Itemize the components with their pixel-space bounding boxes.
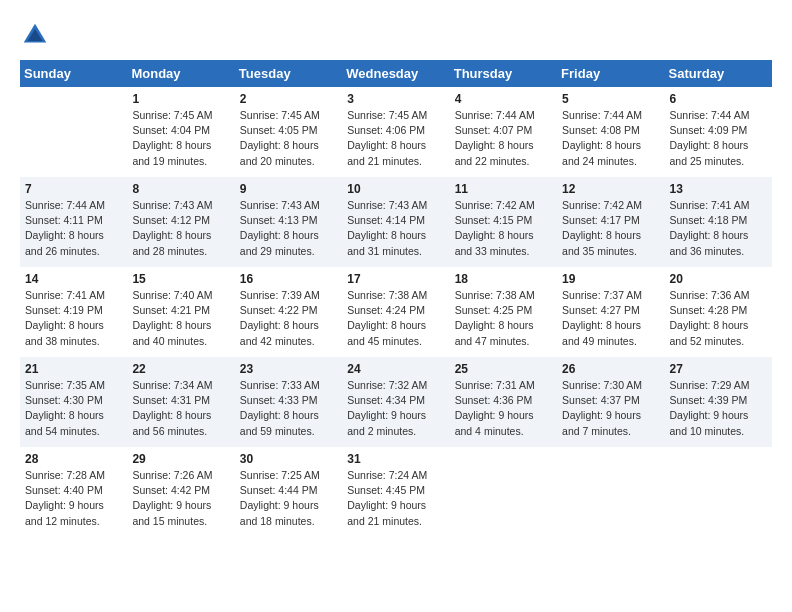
- day-number: 15: [132, 272, 229, 286]
- header-thursday: Thursday: [450, 60, 557, 87]
- day-number: 22: [132, 362, 229, 376]
- header-monday: Monday: [127, 60, 234, 87]
- day-detail: Sunrise: 7:25 AM Sunset: 4:44 PM Dayligh…: [240, 468, 337, 529]
- day-number: 5: [562, 92, 659, 106]
- calendar-cell: 31Sunrise: 7:24 AM Sunset: 4:45 PM Dayli…: [342, 447, 449, 537]
- day-number: 3: [347, 92, 444, 106]
- day-number: 16: [240, 272, 337, 286]
- day-number: 12: [562, 182, 659, 196]
- day-number: 13: [670, 182, 767, 196]
- day-number: 27: [670, 362, 767, 376]
- calendar-cell: 19Sunrise: 7:37 AM Sunset: 4:27 PM Dayli…: [557, 267, 664, 357]
- day-detail: Sunrise: 7:42 AM Sunset: 4:17 PM Dayligh…: [562, 198, 659, 259]
- day-detail: Sunrise: 7:44 AM Sunset: 4:07 PM Dayligh…: [455, 108, 552, 169]
- logo-icon: [20, 20, 50, 50]
- day-number: 11: [455, 182, 552, 196]
- calendar-cell: 4Sunrise: 7:44 AM Sunset: 4:07 PM Daylig…: [450, 87, 557, 177]
- calendar-table: Sunday Monday Tuesday Wednesday Thursday…: [20, 60, 772, 537]
- calendar-cell: 22Sunrise: 7:34 AM Sunset: 4:31 PM Dayli…: [127, 357, 234, 447]
- day-detail: Sunrise: 7:41 AM Sunset: 4:18 PM Dayligh…: [670, 198, 767, 259]
- day-detail: Sunrise: 7:43 AM Sunset: 4:12 PM Dayligh…: [132, 198, 229, 259]
- day-detail: Sunrise: 7:38 AM Sunset: 4:25 PM Dayligh…: [455, 288, 552, 349]
- calendar-cell: 17Sunrise: 7:38 AM Sunset: 4:24 PM Dayli…: [342, 267, 449, 357]
- calendar-cell: 18Sunrise: 7:38 AM Sunset: 4:25 PM Dayli…: [450, 267, 557, 357]
- day-number: 7: [25, 182, 122, 196]
- header-wednesday: Wednesday: [342, 60, 449, 87]
- day-number: 31: [347, 452, 444, 466]
- day-detail: Sunrise: 7:31 AM Sunset: 4:36 PM Dayligh…: [455, 378, 552, 439]
- day-detail: Sunrise: 7:43 AM Sunset: 4:14 PM Dayligh…: [347, 198, 444, 259]
- day-detail: Sunrise: 7:45 AM Sunset: 4:06 PM Dayligh…: [347, 108, 444, 169]
- day-number: 21: [25, 362, 122, 376]
- day-number: 4: [455, 92, 552, 106]
- calendar-cell: 11Sunrise: 7:42 AM Sunset: 4:15 PM Dayli…: [450, 177, 557, 267]
- day-number: 24: [347, 362, 444, 376]
- day-number: 28: [25, 452, 122, 466]
- day-detail: Sunrise: 7:32 AM Sunset: 4:34 PM Dayligh…: [347, 378, 444, 439]
- day-number: 18: [455, 272, 552, 286]
- day-detail: Sunrise: 7:29 AM Sunset: 4:39 PM Dayligh…: [670, 378, 767, 439]
- day-detail: Sunrise: 7:34 AM Sunset: 4:31 PM Dayligh…: [132, 378, 229, 439]
- day-detail: Sunrise: 7:42 AM Sunset: 4:15 PM Dayligh…: [455, 198, 552, 259]
- day-number: 9: [240, 182, 337, 196]
- week-row-5: 28Sunrise: 7:28 AM Sunset: 4:40 PM Dayli…: [20, 447, 772, 537]
- calendar-cell: [557, 447, 664, 537]
- calendar-cell: 29Sunrise: 7:26 AM Sunset: 4:42 PM Dayli…: [127, 447, 234, 537]
- logo: [20, 20, 54, 50]
- calendar-cell: [450, 447, 557, 537]
- day-number: 20: [670, 272, 767, 286]
- calendar-cell: [20, 87, 127, 177]
- header-saturday: Saturday: [665, 60, 772, 87]
- day-detail: Sunrise: 7:43 AM Sunset: 4:13 PM Dayligh…: [240, 198, 337, 259]
- day-detail: Sunrise: 7:39 AM Sunset: 4:22 PM Dayligh…: [240, 288, 337, 349]
- day-detail: Sunrise: 7:24 AM Sunset: 4:45 PM Dayligh…: [347, 468, 444, 529]
- calendar-cell: 15Sunrise: 7:40 AM Sunset: 4:21 PM Dayli…: [127, 267, 234, 357]
- calendar-cell: [665, 447, 772, 537]
- calendar-cell: 8Sunrise: 7:43 AM Sunset: 4:12 PM Daylig…: [127, 177, 234, 267]
- day-number: 2: [240, 92, 337, 106]
- day-detail: Sunrise: 7:28 AM Sunset: 4:40 PM Dayligh…: [25, 468, 122, 529]
- day-detail: Sunrise: 7:37 AM Sunset: 4:27 PM Dayligh…: [562, 288, 659, 349]
- day-detail: Sunrise: 7:44 AM Sunset: 4:09 PM Dayligh…: [670, 108, 767, 169]
- day-detail: Sunrise: 7:44 AM Sunset: 4:11 PM Dayligh…: [25, 198, 122, 259]
- header-tuesday: Tuesday: [235, 60, 342, 87]
- calendar-cell: 14Sunrise: 7:41 AM Sunset: 4:19 PM Dayli…: [20, 267, 127, 357]
- day-detail: Sunrise: 7:30 AM Sunset: 4:37 PM Dayligh…: [562, 378, 659, 439]
- calendar-cell: 27Sunrise: 7:29 AM Sunset: 4:39 PM Dayli…: [665, 357, 772, 447]
- calendar-cell: 30Sunrise: 7:25 AM Sunset: 4:44 PM Dayli…: [235, 447, 342, 537]
- page-header: [20, 20, 772, 50]
- day-detail: Sunrise: 7:38 AM Sunset: 4:24 PM Dayligh…: [347, 288, 444, 349]
- day-detail: Sunrise: 7:26 AM Sunset: 4:42 PM Dayligh…: [132, 468, 229, 529]
- day-number: 19: [562, 272, 659, 286]
- calendar-cell: 10Sunrise: 7:43 AM Sunset: 4:14 PM Dayli…: [342, 177, 449, 267]
- calendar-cell: 25Sunrise: 7:31 AM Sunset: 4:36 PM Dayli…: [450, 357, 557, 447]
- calendar-cell: 20Sunrise: 7:36 AM Sunset: 4:28 PM Dayli…: [665, 267, 772, 357]
- day-detail: Sunrise: 7:40 AM Sunset: 4:21 PM Dayligh…: [132, 288, 229, 349]
- calendar-cell: 9Sunrise: 7:43 AM Sunset: 4:13 PM Daylig…: [235, 177, 342, 267]
- calendar-cell: 23Sunrise: 7:33 AM Sunset: 4:33 PM Dayli…: [235, 357, 342, 447]
- calendar-cell: 24Sunrise: 7:32 AM Sunset: 4:34 PM Dayli…: [342, 357, 449, 447]
- calendar-body: 1Sunrise: 7:45 AM Sunset: 4:04 PM Daylig…: [20, 87, 772, 537]
- week-row-2: 7Sunrise: 7:44 AM Sunset: 4:11 PM Daylig…: [20, 177, 772, 267]
- calendar-cell: 12Sunrise: 7:42 AM Sunset: 4:17 PM Dayli…: [557, 177, 664, 267]
- day-detail: Sunrise: 7:45 AM Sunset: 4:05 PM Dayligh…: [240, 108, 337, 169]
- week-row-3: 14Sunrise: 7:41 AM Sunset: 4:19 PM Dayli…: [20, 267, 772, 357]
- calendar-header: Sunday Monday Tuesday Wednesday Thursday…: [20, 60, 772, 87]
- calendar-cell: 3Sunrise: 7:45 AM Sunset: 4:06 PM Daylig…: [342, 87, 449, 177]
- day-detail: Sunrise: 7:35 AM Sunset: 4:30 PM Dayligh…: [25, 378, 122, 439]
- day-number: 14: [25, 272, 122, 286]
- day-detail: Sunrise: 7:33 AM Sunset: 4:33 PM Dayligh…: [240, 378, 337, 439]
- day-number: 17: [347, 272, 444, 286]
- day-detail: Sunrise: 7:45 AM Sunset: 4:04 PM Dayligh…: [132, 108, 229, 169]
- day-number: 26: [562, 362, 659, 376]
- day-number: 1: [132, 92, 229, 106]
- header-sunday: Sunday: [20, 60, 127, 87]
- calendar-cell: 16Sunrise: 7:39 AM Sunset: 4:22 PM Dayli…: [235, 267, 342, 357]
- calendar-cell: 28Sunrise: 7:28 AM Sunset: 4:40 PM Dayli…: [20, 447, 127, 537]
- day-detail: Sunrise: 7:44 AM Sunset: 4:08 PM Dayligh…: [562, 108, 659, 169]
- day-number: 30: [240, 452, 337, 466]
- calendar-cell: 1Sunrise: 7:45 AM Sunset: 4:04 PM Daylig…: [127, 87, 234, 177]
- day-number: 29: [132, 452, 229, 466]
- week-row-4: 21Sunrise: 7:35 AM Sunset: 4:30 PM Dayli…: [20, 357, 772, 447]
- day-detail: Sunrise: 7:36 AM Sunset: 4:28 PM Dayligh…: [670, 288, 767, 349]
